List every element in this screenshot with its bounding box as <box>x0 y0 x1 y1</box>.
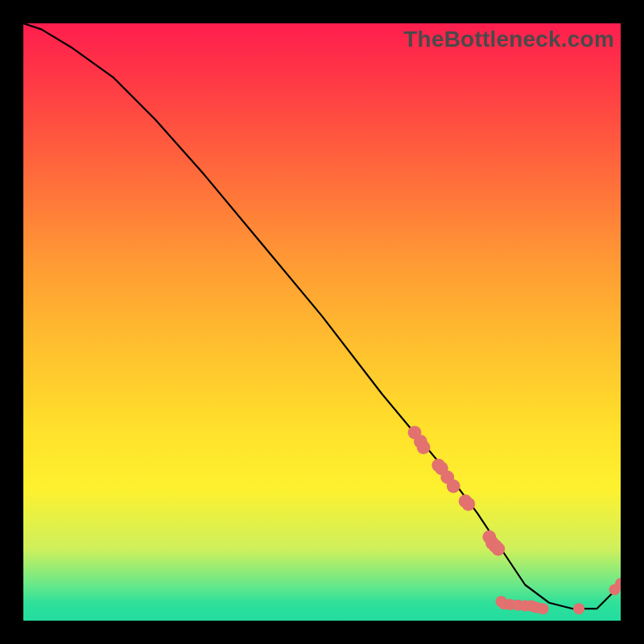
curve-layer <box>23 23 621 621</box>
marker-point <box>538 603 549 614</box>
marker-point <box>573 603 584 614</box>
marker-point <box>461 497 475 511</box>
marker-group <box>408 426 621 614</box>
chart-stage: TheBottleneck.com <box>0 0 644 644</box>
bottleneck-curve-line <box>23 23 621 609</box>
plot-area: TheBottleneck.com <box>23 23 621 621</box>
marker-point <box>417 440 431 454</box>
marker-point <box>447 480 460 493</box>
marker-point <box>492 543 506 556</box>
